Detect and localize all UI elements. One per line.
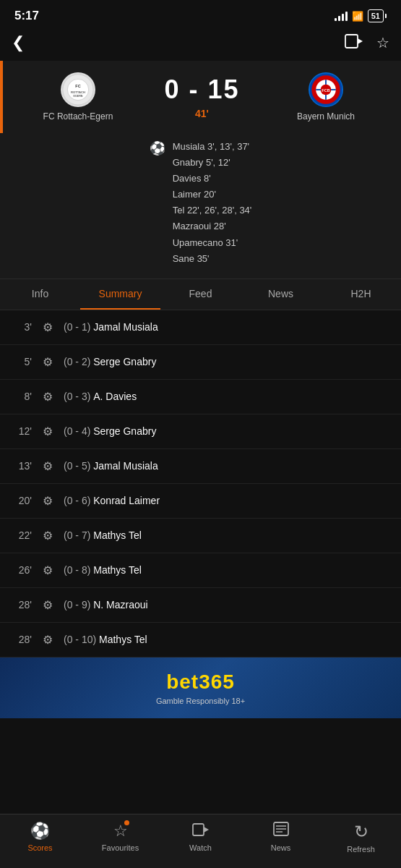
wifi-icon: 📶 [352,11,363,22]
svg-rect-0 [345,35,358,48]
event-time: 22' [12,529,32,541]
tab-news[interactable]: News [241,279,321,310]
events-list: 3' ⚙ (0 - 1) Jamal Musiala 5' ⚙ (0 - 2) … [0,310,401,658]
event-player: (0 - 2) Serge Gnabry [64,356,156,367]
nav-watch[interactable]: Watch [160,822,241,854]
match-minute: 41' [195,108,209,119]
event-player: (0 - 7) Mathys Tel [64,529,142,541]
ad-logo: bet365 [166,671,235,694]
tab-info[interactable]: Info [0,279,80,310]
event-row: 12' ⚙ (0 - 4) Serge Gnabry [0,414,401,449]
nav-favourites[interactable]: ☆ Favourites [80,822,160,854]
event-player: (0 - 3) A. Davies [64,391,137,402]
away-team-name: Bayern Munich [297,111,355,122]
event-player: (0 - 6) Konrad Laimer [64,495,160,506]
event-player: (0 - 9) N. Mazraoui [64,599,148,610]
event-row: 5' ⚙ (0 - 2) Serge Gnabry [0,345,401,380]
match-header: FC ROTTACH EGERN FC Rottach-Egern 0 - 15… [0,61,401,133]
favourites-dot [124,820,129,825]
home-team: FC ROTTACH EGERN FC Rottach-Egern [22,72,134,122]
nav-header: ❮ ☆ [0,27,401,61]
news-icon [273,822,289,841]
favourite-star-icon[interactable]: ☆ [376,34,389,51]
ad-disclaimer: Gamble Responsibly 18+ [156,697,245,705]
news-label: News [271,843,291,852]
nav-refresh[interactable]: ↻ Refresh [321,822,401,854]
watch-label: Watch [189,843,212,852]
scorer-item: Tel 22', 26', 28', 34' [173,203,252,218]
match-score: 0 - 15 [164,75,239,105]
bottom-nav: ⚽ Scores ☆ Favourites Watch News [0,814,401,868]
event-row: 13' ⚙ (0 - 5) Jamal Musiala [0,449,401,484]
back-button[interactable]: ❮ [12,33,25,52]
event-player: (0 - 1) Jamal Musiala [64,321,158,333]
tab-summary[interactable]: Summary [80,279,160,310]
event-player: (0 - 8) Mathys Tel [64,564,142,576]
away-team: FCB Bayern Munich [270,72,382,122]
scores-icon: ⚽ [30,822,50,841]
scorers-section: ⚽ Musiala 3', 13', 37' Gnabry 5', 12' Da… [0,133,401,278]
goal-icon: ⚙ [40,494,55,508]
favourites-badge: ☆ [113,822,128,841]
tab-h2h[interactable]: H2H [321,279,401,310]
scorer-item: Mazraoui 28' [173,218,252,234]
goal-icon: ⚙ [40,355,55,369]
ad-banner[interactable]: bet365 Gamble Responsibly 18+ [0,658,401,718]
watch-icon [192,822,210,841]
goal-icon: ⚙ [40,563,55,577]
goal-icon: ⚙ [40,598,55,612]
tab-feed[interactable]: Feed [160,279,241,310]
scorers-inner: ⚽ Musiala 3', 13', 37' Gnabry 5', 12' Da… [150,139,252,267]
home-team-logo: FC ROTTACH EGERN [61,72,95,107]
svg-rect-11 [193,824,204,835]
event-row: 22' ⚙ (0 - 7) Mathys Tel [0,519,401,553]
event-time: 5' [12,356,32,367]
signal-icon [335,11,348,21]
scorer-item: Davies 8' [173,171,252,187]
goal-icon: ⚙ [40,459,55,473]
scores-label: Scores [27,843,52,852]
ball-icon: ⚽ [150,140,165,156]
scorer-item: Upamecano 31' [173,235,252,251]
svg-text:FCB: FCB [322,88,329,93]
event-time: 8' [12,391,32,402]
goal-icon: ⚙ [40,633,55,647]
event-player: (0 - 4) Serge Gnabry [64,425,156,437]
battery-indicator: 51 [368,9,387,22]
svg-text:ROTTACH: ROTTACH [71,90,85,94]
match-teams-row: FC ROTTACH EGERN FC Rottach-Egern 0 - 15… [14,72,389,122]
scorer-item: Sane 35' [173,251,252,267]
score-center: 0 - 15 41' [134,75,270,119]
goal-icon: ⚙ [40,390,55,404]
nav-scores[interactable]: ⚽ Scores [0,822,80,854]
event-player: (0 - 5) Jamal Musiala [64,460,158,472]
refresh-label: Refresh [347,845,375,854]
favourites-label: Favourites [102,843,139,852]
event-row: 3' ⚙ (0 - 1) Jamal Musiala [0,310,401,345]
home-team-name: FC Rottach-Egern [43,111,113,122]
event-row: 26' ⚙ (0 - 8) Mathys Tel [0,553,401,588]
svg-text:EGERN: EGERN [73,95,82,98]
event-row: 20' ⚙ (0 - 6) Konrad Laimer [0,484,401,519]
nav-news[interactable]: News [241,822,321,854]
event-time: 28' [12,634,32,645]
scorers-list: Musiala 3', 13', 37' Gnabry 5', 12' Davi… [173,139,252,267]
goal-icon: ⚙ [40,425,55,438]
event-row: 8' ⚙ (0 - 3) A. Davies [0,380,401,414]
away-team-logo: FCB [309,72,343,107]
scorer-item: Musiala 3', 13', 37' [173,139,252,155]
svg-marker-12 [204,827,209,833]
goal-icon: ⚙ [40,320,55,334]
scorer-item: Gnabry 5', 12' [173,155,252,171]
goal-icon: ⚙ [40,529,55,542]
event-time: 20' [12,495,32,506]
event-time: 3' [12,321,32,333]
video-icon[interactable] [345,34,363,52]
scorer-item: Laimer 20' [173,187,252,203]
status-icons: 📶 51 [335,9,387,22]
nav-action-icons: ☆ [345,34,389,52]
svg-marker-1 [358,38,363,44]
refresh-icon: ↻ [354,822,368,842]
svg-text:FC: FC [75,84,80,88]
event-time: 13' [12,460,32,472]
